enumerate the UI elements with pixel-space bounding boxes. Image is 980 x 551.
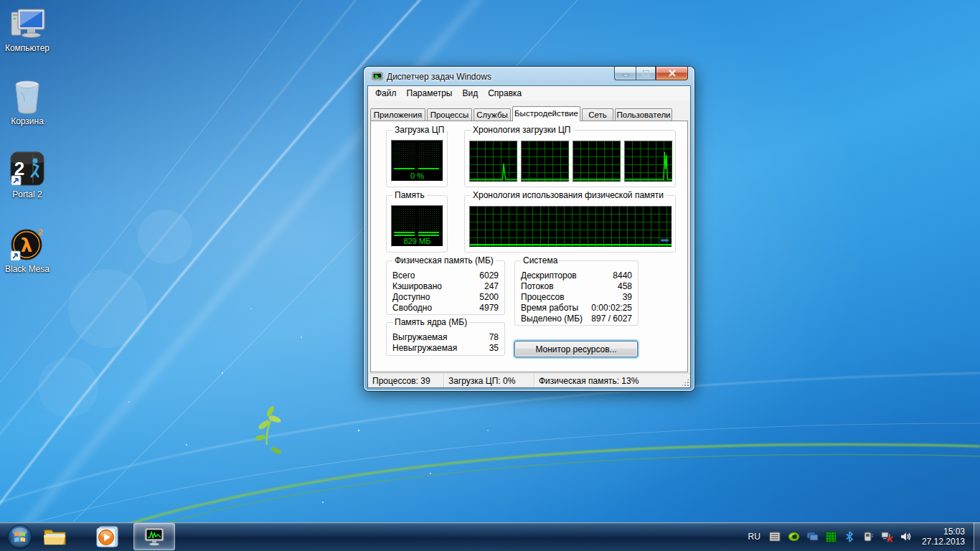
svg-text:λ: λ [21, 235, 32, 256]
svg-text:2: 2 [37, 227, 42, 237]
clock-date: 27.12.2013 [922, 537, 965, 547]
phys-row-cached: Кэшировано247 [392, 281, 499, 292]
desktop-icon-portal2[interactable]: 2 Portal 2 [0, 152, 55, 199]
desktop: Компьютер Корзина 2 [0, 0, 980, 551]
cpu-usage-group: Загрузка ЦП 0 % [386, 130, 448, 187]
desktop-icon-label[interactable]: Компьютер [0, 44, 55, 53]
led-column [418, 208, 439, 232]
desktop-icon-recycle-bin[interactable]: Корзина [0, 79, 55, 126]
cpu-history-graph-2 [521, 141, 570, 182]
tray-volume-icon[interactable] [900, 531, 912, 543]
desktop-icon-blackmesa[interactable]: λ 2 Black Mesa [0, 227, 55, 274]
tray-list-icon[interactable] [769, 531, 781, 543]
taskbar-clock[interactable]: 15:03 27.12.2013 [922, 527, 965, 547]
led-lit-segment [394, 232, 415, 233]
menu-bar: Файл Параметры Вид Справка [368, 86, 690, 100]
tab-performance[interactable]: Быстродействие [512, 106, 580, 121]
cpu-history-graph-1 [469, 141, 518, 182]
blackmesa-icon: λ 2 [0, 227, 55, 263]
menu-options[interactable]: Параметры [402, 87, 458, 100]
status-memory: Физическая память: 13% [534, 374, 690, 387]
start-button[interactable] [0, 522, 39, 551]
status-bar: Процессов: 39 Загрузка ЦП: 0% Физическая… [368, 373, 690, 387]
performance-tab-page: Загрузка ЦП 0 % Хронология загрузки ЦП [370, 121, 688, 372]
memory-value: 829 МБ [392, 237, 443, 245]
taskbar-explorer-button[interactable] [39, 522, 72, 551]
led-column [394, 208, 415, 232]
kernel-row-nonpaged: Невыгружаемая35 [392, 343, 499, 354]
memory-meter: 829 МБ [391, 205, 443, 247]
tray-network-icon[interactable] [881, 531, 893, 543]
system-group: Система Дескрипторов8440 Потоков458 Проц… [514, 260, 639, 326]
window-client-area: Файл Параметры Вид Справка Приложения Пр… [368, 86, 690, 387]
system-tray: RU [748, 522, 965, 551]
memory-history-graph [469, 206, 672, 248]
menu-view[interactable]: Вид [457, 87, 483, 100]
status-processes: Процессов: 39 [368, 374, 444, 387]
tab-users[interactable]: Пользователи [615, 108, 672, 121]
led-lit-segment [418, 232, 439, 233]
status-cpu: Загрузка ЦП: 0% [444, 374, 534, 387]
cpu-usage-group-label: Загрузка ЦП [392, 125, 446, 135]
title-bar[interactable]: Диспетчер задач Windows [364, 67, 694, 87]
tab-services[interactable]: Службы [473, 108, 511, 121]
desktop-icon-computer[interactable]: Компьютер [0, 6, 55, 53]
desktop-icon-label[interactable]: Portal 2 [0, 190, 55, 199]
memory-history-group-label: Хронология использования физической памя… [471, 190, 666, 200]
desktop-icon-label[interactable]: Корзина [0, 117, 55, 126]
tray-nvidia-icon[interactable] [788, 531, 800, 543]
cpu-history-group: Хронология загрузки ЦП [464, 130, 676, 187]
tab-processes[interactable]: Процессы [427, 108, 472, 121]
desktop-icon-label[interactable]: Black Mesa [0, 265, 55, 274]
phys-row-total: Всего6029 [392, 270, 499, 281]
task-manager-window-icon [372, 71, 383, 83]
taskbar-task-manager-button[interactable] [133, 523, 175, 550]
sys-row-threads: Потоков458 [521, 281, 632, 292]
cpu-usage-value: 0 % [392, 171, 443, 180]
menu-file[interactable]: Файл [370, 87, 402, 100]
show-desktop-button[interactable] [974, 522, 980, 551]
sys-row-commit: Выделено (МБ)897 / 6027 [521, 314, 632, 324]
phys-row-available: Доступно5200 [392, 292, 499, 303]
phys-row-free: Свободно4979 [392, 303, 499, 314]
minimize-button[interactable] [614, 67, 636, 80]
led-lit-segment [394, 168, 415, 169]
computer-icon [0, 6, 55, 42]
cpu-history-group-label: Хронология загрузки ЦП [471, 125, 573, 135]
led-lit-segment [394, 235, 415, 236]
close-button[interactable] [656, 67, 688, 80]
cpu-history-graph-3 [573, 141, 621, 182]
memory-history-group: Хронология использования физической памя… [464, 195, 676, 253]
clock-time: 15:03 [922, 527, 965, 537]
language-indicator[interactable]: RU [748, 532, 763, 542]
recycle-bin-icon [0, 79, 55, 115]
taskbar-media-player-button[interactable] [92, 522, 123, 551]
leaf-sprig [254, 405, 282, 455]
tab-applications[interactable]: Приложения [370, 108, 425, 121]
tab-strip: Приложения Процессы Службы Быстродействи… [370, 106, 674, 121]
kernel-row-paged: Выгружаемая78 [392, 332, 499, 343]
led-lit-segment [418, 168, 439, 169]
tray-bluetooth-icon[interactable] [844, 531, 856, 543]
tab-network[interactable]: Сеть [582, 108, 613, 121]
tray-display-icon[interactable] [806, 531, 819, 543]
sys-row-processes: Процессов39 [521, 292, 632, 303]
maximize-button[interactable] [636, 67, 656, 80]
taskbar: RU [0, 522, 980, 551]
resource-monitor-button[interactable]: Монитор ресурсов... [514, 341, 638, 357]
cpu-usage-meter: 0 % [391, 140, 443, 182]
portal2-icon: 2 [0, 152, 55, 188]
system-group-label: Система [521, 255, 560, 265]
memory-group: Память 829 МБ [386, 195, 448, 253]
menu-help[interactable]: Справка [483, 87, 527, 100]
led-lit-segment [418, 235, 439, 236]
physical-memory-group-label: Физическая память (МБ) [392, 255, 496, 265]
sys-row-uptime: Время работы0:00:02:25 [521, 303, 632, 314]
tray-task-manager-icon[interactable] [825, 531, 837, 543]
memory-group-label: Память [392, 190, 427, 200]
task-manager-window: Диспетчер задач Windows Файл Параметры В… [364, 67, 694, 391]
sys-row-handles: Дескрипторов8440 [521, 270, 632, 281]
cpu-history-graph-4 [624, 141, 673, 182]
tray-device-icon[interactable] [862, 531, 875, 543]
window-title: Диспетчер задач Windows [387, 72, 491, 82]
